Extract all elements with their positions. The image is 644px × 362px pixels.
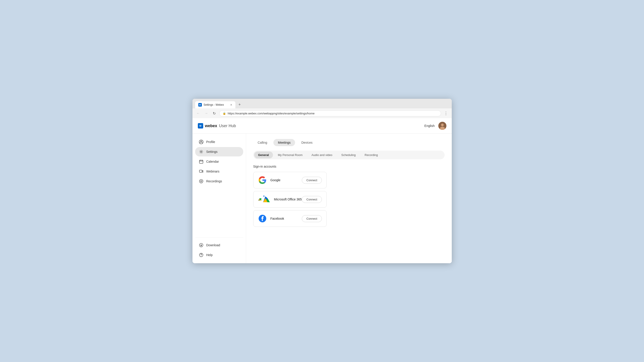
sidebar-calendar-label: Calendar [206,160,219,163]
sidebar: Profile Settings [192,134,246,263]
facebook-logo [258,214,267,223]
sidebar-item-profile[interactable]: Profile [195,137,243,146]
google-account-name: Google [270,178,280,182]
google-connect-btn[interactable]: Connect [302,177,322,184]
google-logo [258,176,267,184]
sidebar-recordings-label: Recordings [206,180,222,183]
account-facebook-left: Facebook [258,214,284,223]
facebook-account-name: Facebook [270,217,284,220]
content-inner: Sign-in accounts [253,165,444,227]
back-button[interactable]: ← [195,110,202,116]
profile-icon [199,140,204,144]
content-area: Calling Meetings Devices General My [246,134,452,263]
sidebar-item-help[interactable]: Help [195,250,243,260]
microsoft-connect-btn[interactable]: Connect [302,196,322,203]
url-text: https://example.webex.com/webappng/sites… [228,112,315,115]
app-logo: W webex User Hub [198,123,236,128]
address-bar[interactable]: 🔒 https://example.webex.com/webappng/sit… [219,110,441,116]
svg-point-4 [200,141,202,142]
svg-rect-7 [200,170,202,172]
svg-point-3 [199,140,203,144]
sidebar-item-webinars[interactable]: Webinars [195,167,243,176]
browser-tab[interactable]: W Settings - Webex × [195,101,236,108]
user-avatar[interactable] [438,122,446,130]
sub-tabs: General My Personal Room Audio and video… [253,150,444,159]
new-tab-btn[interactable]: + [236,101,243,108]
accounts-list: Google Connect [253,172,327,227]
webex-icon: W [198,123,203,128]
app-header: W webex User Hub English [192,118,452,134]
sidebar-spacer [195,186,243,237]
sidebar-download-label: Download [206,243,220,247]
reload-button[interactable]: ↻ [211,110,218,116]
account-microsoft-left: Microsoft Office 365 [258,195,302,204]
recordings-icon [199,179,204,184]
sidebar-bottom: Download Help [195,238,243,260]
sidebar-profile-label: Profile [206,140,215,144]
content-body: Sign-in accounts [253,165,444,227]
sidebar-settings-label: Settings [206,150,218,154]
browser-toolbar: ← → ↻ 🔒 https://example.webex.com/webapp… [192,108,452,118]
language-selector[interactable]: English [424,124,435,128]
sidebar-webinars-label: Webinars [206,170,220,173]
signin-section: Sign-in accounts [253,165,327,227]
signin-section-title: Sign-in accounts [253,165,327,168]
account-google-left: Google [258,176,280,184]
tab-favicon: W [198,103,202,106]
svg-point-9 [200,180,202,182]
svg-point-5 [200,151,202,152]
settings-icon [199,149,204,154]
webinars-icon [199,169,204,174]
header-right: English [424,122,446,130]
account-card-facebook: Facebook Connect [253,210,327,227]
main-layout: Profile Settings [192,134,452,263]
svg-point-1 [441,124,444,126]
lock-icon: 🔒 [223,112,226,115]
tab-meetings[interactable]: Meetings [274,139,295,146]
subtab-audio-video[interactable]: Audio and video [307,152,336,158]
forward-button[interactable]: → [203,110,210,116]
tab-calling[interactable]: Calling [253,139,272,146]
tab-devices[interactable]: Devices [297,139,317,146]
sidebar-item-calendar[interactable]: Calendar [195,157,243,166]
facebook-connect-btn[interactable]: Connect [302,215,322,222]
tab-close-btn[interactable]: × [230,103,232,106]
main-tabs: Calling Meetings Devices [253,139,444,146]
sidebar-help-label: Help [206,253,213,257]
sidebar-item-recordings[interactable]: Recordings [195,176,243,186]
tab-bar: W Settings - Webex × + [195,101,449,108]
account-card-google: Google Connect [253,172,327,188]
subtab-scheduling[interactable]: Scheduling [337,152,360,158]
sidebar-item-download[interactable]: Download [195,240,243,250]
browser-window: W Settings - Webex × + ← → ↻ 🔒 https://e… [192,99,452,263]
help-icon [199,252,204,258]
browser-menu-btn[interactable]: ⋮ [443,110,449,116]
browser-titlebar: W Settings - Webex × + [192,99,452,108]
svg-rect-6 [200,160,203,163]
webex-logo-text: webex [205,124,217,128]
account-card-microsoft: Microsoft Office 365 Connect [253,191,327,208]
app-content: W webex User Hub English [192,118,452,263]
subtab-personal-room[interactable]: My Personal Room [274,152,307,158]
sidebar-item-settings[interactable]: Settings [195,147,243,156]
svg-point-8 [200,180,203,183]
svg-point-12 [201,256,202,256]
subtab-general[interactable]: General [254,152,273,158]
download-icon [199,243,204,248]
microsoft-account-name: Microsoft Office 365 [274,198,302,201]
tab-title: Settings - Webex [204,103,224,106]
subtab-recording[interactable]: Recording [360,152,382,158]
calendar-icon [199,159,204,164]
user-hub-text: User Hub [219,124,236,128]
